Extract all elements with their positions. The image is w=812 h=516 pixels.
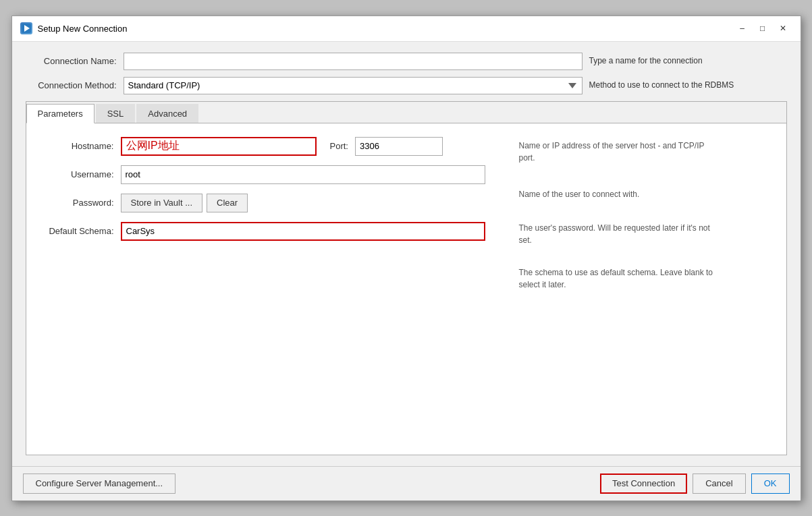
tab-parameters[interactable]: Parameters: [26, 104, 94, 123]
footer-left: Configure Server Management...: [23, 474, 176, 494]
hostname-input[interactable]: [121, 137, 317, 156]
title-bar: Setup New Connection – □ ✕: [12, 16, 801, 42]
default-schema-row: Default Schema:: [47, 222, 485, 241]
tabs-container: Parameters SSL Advanced Hostname: Port:: [26, 101, 787, 455]
title-bar-left: Setup New Connection: [20, 22, 128, 34]
clear-password-button[interactable]: Clear: [207, 194, 248, 212]
minimize-button[interactable]: –: [733, 21, 752, 36]
username-hint: Name of the user to connect with.: [519, 190, 640, 199]
app-icon: [20, 22, 32, 34]
configure-server-button[interactable]: Configure Server Management...: [23, 474, 176, 494]
cancel-button[interactable]: Cancel: [693, 474, 745, 494]
username-input[interactable]: [121, 165, 485, 184]
store-in-vault-button[interactable]: Store in Vault ...: [121, 194, 203, 212]
password-hint: The user's password. Will be requested l…: [519, 223, 710, 245]
connection-name-hint: Type a name for the connection: [589, 55, 703, 67]
hostname-row: Hostname: Port:: [47, 137, 485, 156]
close-button[interactable]: ✕: [774, 21, 792, 36]
password-label: Password:: [47, 198, 114, 208]
hostname-label: Hostname:: [47, 141, 114, 151]
hostname-hint: Name or IP address of the server host - …: [519, 141, 705, 163]
default-schema-hint: The schema to use as default schema. Lea…: [519, 268, 713, 289]
ok-button[interactable]: OK: [751, 474, 790, 494]
port-input[interactable]: [355, 137, 443, 156]
password-buttons: Store in Vault ... Clear: [121, 194, 248, 212]
username-row: Username:: [47, 165, 485, 184]
password-row: Password: Store in Vault ... Clear: [47, 194, 485, 212]
tab-spacer: [47, 303, 766, 441]
test-connection-button[interactable]: Test Connection: [600, 474, 687, 494]
dialog-footer: Configure Server Management... Test Conn…: [12, 466, 801, 500]
default-schema-label: Default Schema:: [47, 226, 114, 236]
connection-method-hint: Method to use to connect to the RDBMS: [589, 80, 734, 91]
param-fields: Hostname: Port: Username: Passwor: [47, 137, 485, 241]
connection-method-select[interactable]: Standard (TCP/IP) Standard (TCP/IP) over…: [124, 77, 583, 94]
footer-right: Test Connection Cancel OK: [600, 474, 790, 494]
connection-name-input[interactable]: [124, 53, 583, 70]
connection-method-label: Connection Method:: [26, 80, 117, 90]
title-controls: – □ ✕: [733, 21, 792, 36]
connection-name-label: Connection Name:: [26, 56, 117, 66]
setup-new-connection-dialog: Setup New Connection – □ ✕ Connection Na…: [11, 16, 801, 501]
username-label: Username:: [47, 169, 114, 179]
default-schema-input[interactable]: [121, 222, 485, 241]
maximize-button[interactable]: □: [753, 21, 772, 36]
port-label: Port:: [330, 141, 348, 151]
hints-column: Name or IP address of the server host - …: [519, 140, 722, 291]
dialog-body: Connection Name: Type a name for the con…: [12, 42, 801, 466]
dialog-title: Setup New Connection: [38, 24, 128, 34]
connection-name-row: Connection Name: Type a name for the con…: [26, 53, 787, 70]
tabs-header: Parameters SSL Advanced: [26, 102, 786, 123]
tab-advanced[interactable]: Advanced: [136, 104, 198, 123]
tab-ssl[interactable]: SSL: [96, 104, 136, 123]
tab-parameters-content: Hostname: Port: Username: Passwor: [26, 123, 786, 455]
connection-method-row: Connection Method: Standard (TCP/IP) Sta…: [26, 77, 787, 94]
